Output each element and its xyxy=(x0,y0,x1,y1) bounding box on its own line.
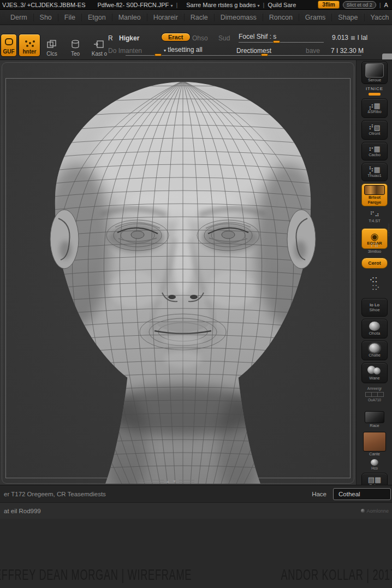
scene-dropdown[interactable]: Sarre Mare rtstes g bades ▾ xyxy=(186,2,259,8)
t4st-button[interactable]: ⠋⠴ T:4.ST xyxy=(361,209,388,226)
wireframe-head-model[interactable] xyxy=(46,76,319,484)
expand-up-icon[interactable]: ▲ xyxy=(166,479,170,483)
menu-derm[interactable]: Derm xyxy=(4,14,34,21)
menu-dimeomass[interactable]: Dimeomass xyxy=(215,14,263,21)
menu-roncon[interactable]: Roncon xyxy=(263,14,299,21)
t4st-label: T:4.ST xyxy=(369,219,381,223)
ohso-button[interactable]: Ohso xyxy=(192,34,208,42)
hco-button[interactable]: Hco xyxy=(361,458,388,472)
menu-sho[interactable]: Sho xyxy=(34,14,58,21)
wane-button[interactable]: Wane xyxy=(361,363,388,383)
sphere-ring-icon xyxy=(369,343,380,353)
menu-bar: Derm Sho File Etgon Manleo Horareir Racl… xyxy=(0,10,392,25)
menu-racle[interactable]: Racle xyxy=(185,14,215,21)
r-label: R xyxy=(108,34,113,42)
tlesetting-label[interactable]: tlesetting all xyxy=(168,46,202,54)
race-button[interactable]: Race xyxy=(361,409,388,429)
mini-tools-icon: ⠏⠿ xyxy=(371,242,379,249)
itnce-section-label: ITNICE xyxy=(357,86,392,91)
seroue-label: Seroue xyxy=(368,78,381,82)
swirl-icon: ◉ xyxy=(371,232,379,241)
caret-down-icon: ▾ xyxy=(170,3,173,8)
do-imanten-label[interactable]: Do Imanten xyxy=(108,47,142,55)
dots-icon xyxy=(29,42,31,44)
guf-button[interactable]: GUF xyxy=(1,34,17,57)
chatie-label: Chatie xyxy=(369,353,381,358)
spray-grid-icon: ⠖▦ xyxy=(369,145,381,152)
thuao1-label: Thuao1 xyxy=(367,174,381,178)
focel-slider-handle[interactable] xyxy=(273,40,280,43)
divider: | xyxy=(379,2,381,8)
document-dropdown[interactable]: Pdfwe-fl2- S0D-FRCN.JPF ▾ xyxy=(98,2,173,8)
sud-button[interactable]: Sud xyxy=(218,34,230,42)
cacbo-button[interactable]: ⠖▦ Cacbo xyxy=(361,142,388,161)
drectiomest-label[interactable]: Drectiomest xyxy=(236,47,271,55)
stat-bottom-value: 7 I 32.30 M xyxy=(331,47,364,55)
menu-yacch[interactable]: Yacch xyxy=(365,14,392,21)
clcs-button[interactable]: Clcs xyxy=(41,33,62,57)
cante-label: Cante xyxy=(369,452,380,456)
eract-button[interactable]: Eract xyxy=(161,33,191,41)
imtloo-button[interactable]: ⠏⠿ 3Imtloo xyxy=(361,240,388,256)
ohota-button[interactable]: Ohota xyxy=(361,319,388,338)
aomlonne-widget[interactable]: Aomlonne xyxy=(361,508,389,514)
right-tool-shelf: Seroue ITNICE ⡴▦ &SRibo ⠞▧ Otront ⠖▦ Cac… xyxy=(356,60,392,485)
clcs-label: Clcs xyxy=(46,49,57,57)
ouano-mini-panel[interactable]: Amreeigr OuA710 xyxy=(357,387,392,402)
mini-buttons[interactable] xyxy=(365,392,384,397)
cerot-button[interactable]: Cerot xyxy=(361,258,388,269)
active-section-bar xyxy=(369,93,381,96)
focel-slider-track[interactable] xyxy=(239,42,324,43)
menu-grams[interactable]: Grams xyxy=(299,14,332,21)
sihoe-button[interactable]: Io Lo Sihoe xyxy=(361,298,388,317)
slict-button[interactable]: Slict et od 2 xyxy=(343,1,376,9)
edge-label: A xyxy=(384,2,388,8)
corner-chip-button[interactable] xyxy=(382,54,392,60)
menu-horareir[interactable]: Horareir xyxy=(147,14,185,21)
bave-label[interactable]: bave xyxy=(306,47,320,55)
zbrush-app-window: VJES..3/ +CLJDEKS.JBBM-ES Pdfwe-fl2- S0D… xyxy=(0,0,392,588)
brush-mesh-icon: ⡳▦ xyxy=(369,166,381,173)
hnter-label: hnter xyxy=(23,49,37,56)
main-slider-handle[interactable] xyxy=(155,54,162,56)
menu-shape[interactable]: Shape xyxy=(332,14,364,21)
ohota-label: Ohota xyxy=(369,331,380,336)
caret-down-icon: ▾ xyxy=(164,48,166,53)
menu-etgon[interactable]: Etgon xyxy=(82,14,112,21)
teo-label: Teo xyxy=(71,49,80,57)
grip-lines-icon xyxy=(139,480,164,483)
higker-label[interactable]: Higker xyxy=(119,34,139,42)
canvas-splitter[interactable]: ▲ ▼ xyxy=(139,479,194,483)
quild-label[interactable]: Quild Sare xyxy=(268,2,296,8)
viewport-canvas[interactable]: ▲ ▼ xyxy=(0,60,356,485)
brush-grid-icon: ⡴▦ xyxy=(369,102,381,109)
teo-button[interactable]: Teo xyxy=(66,33,85,57)
brteot-texture-button[interactable]: Brteot Farqye xyxy=(361,183,388,206)
otront-button[interactable]: ⠞▧ Otront xyxy=(361,120,388,140)
menu-manleo[interactable]: Manleo xyxy=(112,14,147,21)
menu-file[interactable]: File xyxy=(58,14,82,21)
cotheal-dropdown[interactable]: Cotheal xyxy=(333,488,391,500)
chatie-button[interactable]: Chatie xyxy=(361,341,388,360)
srbo-button[interactable]: ⡴▦ &SRibo xyxy=(361,98,388,118)
flim-button[interactable]: 3flim xyxy=(318,1,339,9)
aomlonne-label: Aomlonne xyxy=(366,508,389,514)
status-left-text: er T172 Oregeem, CR Teasemdiests xyxy=(0,491,106,497)
cante-button[interactable]: Cante xyxy=(361,431,388,456)
document-name: Pdfwe-fl2- S0D-FRCN.JPF xyxy=(98,2,169,8)
focel-shif-label[interactable]: Focel Shif : s xyxy=(239,33,276,40)
brteot-label-2: Farqye xyxy=(368,200,382,205)
otront-label: Otront xyxy=(369,132,381,136)
stat-top-value2: I lal xyxy=(358,34,368,41)
hnter-button[interactable]: hnter xyxy=(19,34,40,57)
seroue-material-button[interactable]: Seroue xyxy=(361,61,388,84)
caret-down-icon: ▾ xyxy=(258,3,260,8)
caption-right: ANDOR KOLLAR | 2017 xyxy=(281,566,392,584)
dots-cluster-button[interactable]: ⠪⠅ ⠨⠕ xyxy=(361,272,388,296)
app-title: VJES..3/ +CLJDEKS.JBBM-ES xyxy=(2,2,86,8)
collapse-down-icon[interactable]: ▼ xyxy=(173,479,177,483)
guf-label: GUF xyxy=(3,49,14,56)
amreeigr-label: Amreeigr xyxy=(357,387,392,391)
imtloo-label: 3Imtloo xyxy=(368,250,382,254)
thuao1-button[interactable]: ⡳▦ Thuao1 xyxy=(361,163,388,181)
